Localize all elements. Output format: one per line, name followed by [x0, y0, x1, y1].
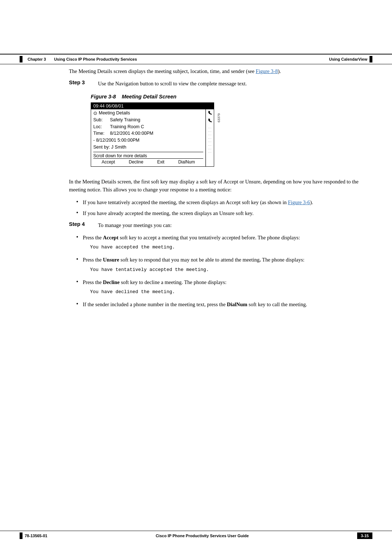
- page: Chapter 3 Using Cisco IP Phone Productiv…: [0, 0, 392, 555]
- unsure-bold: Unsure: [103, 257, 119, 263]
- step4-bullet-dialnum: • If the sender included a phone number …: [76, 300, 363, 308]
- bullet-dot-unsure: •: [76, 256, 83, 275]
- softkey-exit[interactable]: Exit: [157, 159, 164, 165]
- footer-page-number: 3-15: [357, 532, 372, 539]
- sub-value: Safety Training: [110, 117, 140, 123]
- header-left-marker: [20, 56, 23, 62]
- figure-caption-suffix: Meeting Detail Screen: [122, 94, 176, 100]
- bullet-content-unsure: Press the Unsure soft key to respond tha…: [83, 257, 305, 263]
- header-chapter: Chapter 3: [28, 57, 46, 61]
- time-value: 8/12/2001 4:00:00PM: [110, 130, 154, 137]
- phone-body: ⊙ Meeting Details Sub: Safety Training L…: [91, 109, 214, 166]
- code-declined: You have declined the meeting.: [90, 289, 363, 295]
- figure-3-8-link[interactable]: Figure 3-8: [256, 68, 278, 74]
- step4-bullet-list: • Press the Accept soft key to accept a …: [76, 234, 363, 309]
- softkey-dialnum[interactable]: DialNum: [178, 159, 195, 165]
- phone-sidebar: ························: [206, 109, 214, 166]
- figure-number: 63379: [217, 113, 221, 122]
- bullet-content-dialnum: If the sender included a phone number in…: [83, 300, 363, 308]
- meeting-header-text: Meeting Details: [99, 110, 130, 116]
- step-3-label: Step 3: [69, 80, 98, 88]
- softkey-decline[interactable]: Decline: [129, 159, 143, 165]
- header-right: Using CalendarView: [329, 56, 372, 62]
- bullet-dot-2: •: [76, 209, 83, 217]
- figure-caption: Figure 3-8 Meeting Detail Screen: [91, 94, 363, 100]
- step4-bullet-unsure: • Press the Unsure soft key to respond t…: [76, 256, 363, 275]
- decline-bold: Decline: [103, 279, 120, 285]
- header-right-title: Using CalendarView: [329, 57, 367, 61]
- header-right-marker: [369, 56, 372, 62]
- dots-pattern: ························: [208, 126, 212, 154]
- step-3-content: Use the Navigation button to scroll to v…: [98, 80, 363, 88]
- footer-center: Cisco IP Phone Productivity Services Use…: [156, 534, 249, 538]
- bullet-list-1: • If you have tentatively accepted the m…: [76, 198, 363, 218]
- step-4-row: Step 4 To manage your meetings you can:: [69, 221, 363, 229]
- step4-bullet-accept: • Press the Accept soft key to accept a …: [76, 234, 363, 253]
- code-tentatively: You have tentatively accepted the meetin…: [90, 267, 363, 273]
- phone-screen: 09:44 06/08/01 ⊙ Meeting Details Sub:: [91, 102, 214, 167]
- figure-3-6-link[interactable]: Figure 3-6: [288, 199, 310, 205]
- bullet-content-1: If you have tentatively accepted the mee…: [83, 198, 363, 206]
- dialnum-bold: DialNum: [227, 301, 247, 307]
- phone-meeting-header-row: ⊙ Meeting Details: [93, 110, 203, 116]
- step-3-row: Step 3 Use the Navigation button to scro…: [69, 80, 363, 88]
- sub-label: Sub:: [93, 117, 109, 123]
- header-bar: Chapter 3 Using Cisco IP Phone Productiv…: [0, 54, 392, 64]
- content-area: The Meeting Details screen displays the …: [69, 67, 363, 511]
- intro-paragraph: The Meeting Details screen displays the …: [69, 67, 363, 75]
- header-left: Chapter 3 Using Cisco IP Phone Productiv…: [20, 56, 137, 62]
- time-label: Time:: [93, 130, 109, 137]
- footer-left-marker: [20, 532, 23, 539]
- bullet-dot-dialnum: •: [76, 300, 83, 308]
- time-cont-value: - 8/12/2001 5:00:00PM: [93, 137, 139, 144]
- step4-bullet-decline: • Press the Decline soft key to decline …: [76, 278, 363, 297]
- figure-caption-prefix: Figure 3-8: [91, 94, 116, 100]
- header-chapter-title: Using Cisco IP Phone Productivity Servic…: [54, 57, 137, 61]
- step-4-label: Step 4: [69, 221, 98, 229]
- phone-time-row: Time: 8/12/2001 4:00:00PM: [93, 130, 203, 137]
- phone-loc-row: Loc: Training Room C: [93, 123, 203, 130]
- phone-softkeys: Accept Decline Exit DialNum: [93, 158, 203, 165]
- phone-title-bar: 09:44 06/08/01: [91, 103, 214, 109]
- footer-left: 78-13565-01: [20, 532, 47, 539]
- handset-icon-2: [208, 118, 213, 124]
- meeting-details-para: In the Meeting Details screen, the first…: [69, 178, 363, 194]
- bullet-content-decline: Press the Decline soft key to decline a …: [83, 279, 226, 285]
- phone-scroll-text: Scroll down for more details: [93, 152, 203, 158]
- phone-sent-row: Sent by: J Smith: [93, 144, 203, 151]
- phone-sub-row: Sub: Safety Training: [93, 117, 203, 123]
- softkey-accept[interactable]: Accept: [102, 159, 115, 165]
- code-accepted: You have accepted the meeting.: [90, 244, 363, 251]
- bullet-dot-decline: •: [76, 278, 83, 297]
- loc-label: Loc:: [93, 123, 109, 130]
- bullet-item-2: • If you have already accepted the meeti…: [76, 209, 363, 217]
- bullet-content-accept: Press the Accept soft key to accept a me…: [83, 235, 300, 240]
- bullet-item-1: • If you have tentatively accepted the m…: [76, 198, 363, 206]
- step-4-content: To manage your meetings you can:: [98, 221, 363, 229]
- bullet-dot-accept: •: [76, 234, 83, 253]
- bullet-content-2: If you have already accepted the meeting…: [83, 209, 363, 217]
- phone-main: ⊙ Meeting Details Sub: Safety Training L…: [91, 109, 206, 166]
- footer-doc-number: 78-13565-01: [25, 534, 47, 538]
- sent-value: Sent by: J Smith: [93, 144, 126, 151]
- figure-wrapper: 09:44 06/08/01 ⊙ Meeting Details Sub:: [91, 102, 214, 173]
- loc-value: Training Room C: [110, 123, 144, 130]
- bullet-dot-1: •: [76, 198, 83, 206]
- footer: 78-13565-01 Cisco IP Phone Productivity …: [0, 531, 392, 540]
- meeting-icon: ⊙: [93, 110, 97, 116]
- handset-icon-1: [208, 110, 213, 116]
- phone-time-cont-row: - 8/12/2001 5:00:00PM: [93, 137, 203, 144]
- accept-bold: Accept: [103, 235, 119, 240]
